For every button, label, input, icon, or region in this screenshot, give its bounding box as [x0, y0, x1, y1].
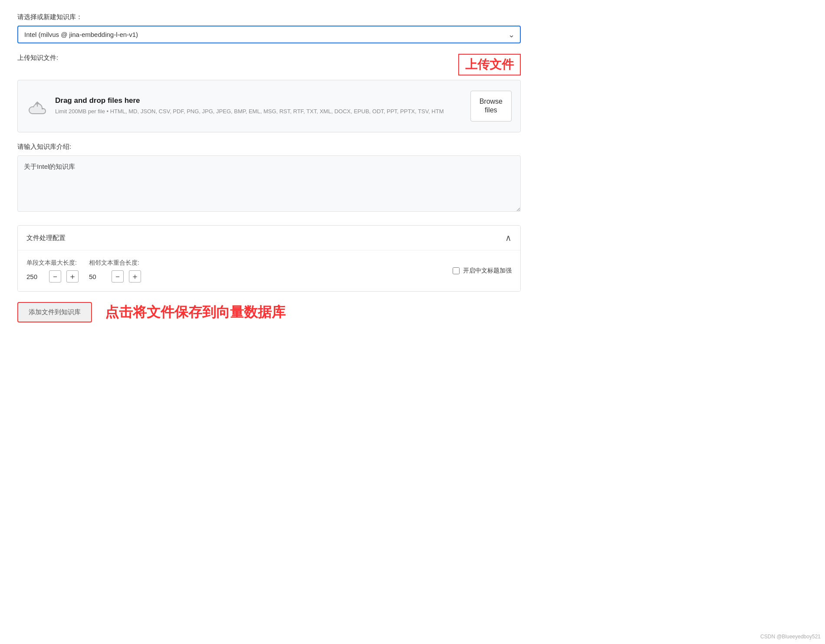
overlap-plus-button[interactable]: ＋ [129, 270, 141, 283]
cloud-upload-icon [26, 97, 48, 115]
chinese-heading-row: 开启中文标题加强 [453, 267, 512, 275]
upload-text-block: Drag and drop files here Limit 200MB per… [55, 96, 463, 116]
config-body: 单段文本最大长度: 250 － ＋ 相邻文本重合长度: 50 － ＋ 开启中文标… [18, 250, 520, 291]
max-length-plus-button[interactable]: ＋ [66, 270, 79, 283]
add-to-kb-button[interactable]: 添加文件到知识库 [17, 302, 92, 322]
kb-select-wrapper: ⌄ [17, 26, 521, 43]
overlap-control: 50 － ＋ [89, 270, 141, 283]
overlap-field: 相邻文本重合长度: 50 － ＋ [89, 259, 141, 283]
intro-textarea[interactable]: 关于Intel的知识库 [17, 155, 521, 212]
max-length-value: 250 [26, 273, 44, 280]
overlap-label: 相邻文本重合长度: [89, 259, 141, 267]
browse-files-button[interactable]: Browse files [470, 91, 512, 122]
select-kb-label: 请选择或新建知识库： [17, 13, 521, 21]
intro-label: 请输入知识库介绍: [17, 143, 521, 151]
max-length-label: 单段文本最大长度: [26, 259, 79, 267]
collapse-icon[interactable]: ∧ [505, 233, 512, 243]
footer-annotation-text: 点击将文件保存到向量数据库 [105, 303, 286, 322]
kb-select-input[interactable] [17, 26, 521, 43]
file-limit-text: Limit 200MB per file • HTML, MD, JSON, C… [55, 107, 463, 116]
drag-drop-title: Drag and drop files here [55, 96, 463, 105]
upload-annotation: 上传文件 [458, 54, 521, 76]
dropzone[interactable]: Drag and drop files here Limit 200MB per… [17, 80, 521, 133]
upload-section: 上传知识文件: 上传文件 Drag and drop files here Li… [17, 54, 521, 132]
config-header: 文件处理配置 ∧ [18, 226, 520, 250]
intro-section: 请输入知识库介绍: 关于Intel的知识库 [17, 143, 521, 213]
max-length-control: 250 － ＋ [26, 270, 79, 283]
max-length-minus-button[interactable]: － [49, 270, 61, 283]
config-title: 文件处理配置 [26, 234, 66, 242]
overlap-minus-button[interactable]: － [112, 270, 124, 283]
chinese-heading-label: 开启中文标题加强 [463, 267, 512, 275]
overlap-value: 50 [89, 273, 106, 280]
config-section: 文件处理配置 ∧ 单段文本最大长度: 250 － ＋ 相邻文本重合长度: 50 … [17, 225, 521, 292]
max-length-field: 单段文本最大长度: 250 － ＋ [26, 259, 79, 283]
upload-label: 上传知识文件: [17, 54, 58, 62]
upload-annotation-text: 上传文件 [458, 54, 521, 76]
chinese-heading-checkbox[interactable] [453, 267, 460, 274]
config-row: 单段文本最大长度: 250 － ＋ 相邻文本重合长度: 50 － ＋ 开启中文标… [26, 259, 512, 283]
footer-row: 添加文件到知识库 点击将文件保存到向量数据库 [17, 302, 521, 322]
